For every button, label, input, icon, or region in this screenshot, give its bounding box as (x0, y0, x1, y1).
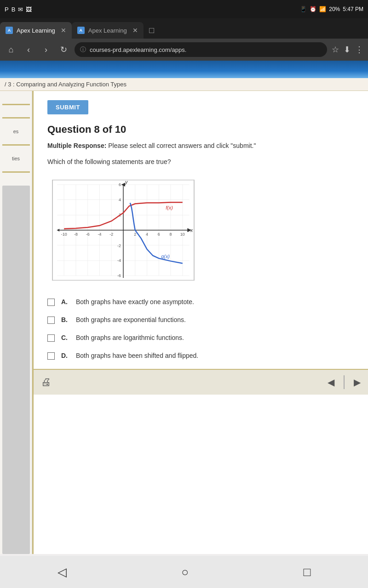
menu-icon[interactable]: ⋮ (355, 45, 363, 55)
battery-text: 20% (329, 6, 340, 12)
sidebar: es ties (0, 91, 32, 554)
alarm-icon: ⏰ (310, 6, 316, 12)
bookmark-icon[interactable]: ☆ (332, 45, 339, 55)
checkbox-c[interactable] (47, 334, 55, 342)
page-content: / 3 : Comparing and Analyzing Function T… (0, 61, 368, 556)
tab-inactive[interactable]: A Apex Learning ✕ (72, 22, 144, 39)
sidebar-divider-2 (2, 117, 30, 119)
next-button[interactable]: ▶ (354, 377, 361, 388)
svg-text:-6: -6 (86, 232, 90, 237)
content-area: SUBMIT Question 8 of 10 Multiple Respons… (32, 91, 368, 554)
checkbox-a[interactable] (47, 299, 55, 306)
new-tab-button[interactable]: □ (144, 22, 160, 39)
back-button[interactable]: ‹ (22, 45, 35, 55)
nav-back-button[interactable]: ◁ (58, 565, 67, 579)
svg-text:-4: -4 (98, 232, 102, 237)
checkbox-d[interactable] (47, 352, 55, 360)
status-bar: P B ✉ 🖼 📱 ⏰ 📶 20% 5:47 PM (0, 0, 368, 18)
question-title: Question 8 of 10 (47, 124, 351, 136)
tab-active-label: Apex Learning (17, 27, 55, 34)
submit-button[interactable]: SUBMIT (47, 100, 88, 114)
answer-option-a: A. Both graphs have exactly one asymptot… (47, 298, 351, 306)
question-container: SUBMIT Question 8 of 10 Multiple Respons… (34, 91, 365, 369)
instruction-text: Please select all correct answers and cl… (108, 142, 256, 149)
instruction-bold: Multiple Response: (47, 142, 106, 149)
option-text-a: Both graphs have exactly one asymptote. (76, 298, 194, 305)
svg-text:-2: -2 (109, 232, 113, 237)
svg-text:4: 4 (119, 198, 121, 202)
content-footer: 🖨 ◀ ▶ (34, 369, 368, 395)
phone-icon: 📱 (300, 6, 307, 12)
checkbox-b[interactable] (47, 317, 55, 324)
bottom-nav: ◁ ○ □ (0, 556, 368, 588)
url-text: courses-prd.apexlearning.com/apps. (90, 46, 322, 53)
function-graph: x y -10 -8 -6 -4 -2 2 4 6 8 (52, 180, 195, 281)
address-actions: ☆ ⬇ ⋮ (332, 45, 363, 55)
sidebar-item-ties: ties (10, 154, 22, 163)
download-icon[interactable]: ⬇ (344, 45, 351, 55)
address-bar: ⌂ ‹ › ↻ ⓘ courses-prd.apexlearning.com/a… (0, 39, 368, 61)
footer-divider (344, 375, 345, 389)
status-left-icons: P B ✉ 🖼 (5, 6, 32, 13)
graph-container: x y -10 -8 -6 -4 -2 2 4 6 8 (52, 180, 195, 283)
header-bar (0, 61, 368, 78)
question-instruction: Multiple Response: Please select all cor… (47, 141, 351, 151)
prev-button[interactable]: ◀ (328, 377, 334, 388)
forward-button[interactable]: › (40, 45, 52, 55)
svg-text:-2: -2 (117, 243, 121, 248)
sidebar-item-es: es (12, 127, 21, 136)
answer-options: A. Both graphs have exactly one asymptot… (47, 298, 351, 360)
url-input[interactable]: ⓘ courses-prd.apexlearning.com/apps. (75, 42, 327, 57)
answer-option-d: D. Both graphs have been shifted and fli… (47, 352, 351, 360)
svg-text:-8: -8 (74, 232, 78, 237)
browser-chrome: A Apex Learning ✕ A Apex Learning ✕ □ ⌂ … (0, 18, 368, 61)
svg-text:-10: -10 (61, 232, 67, 237)
breadcrumb: / 3 : Comparing and Analyzing Function T… (0, 78, 368, 91)
time-text: 5:47 PM (343, 6, 363, 12)
pocket-icon: P (5, 6, 9, 13)
tab-active[interactable]: A Apex Learning ✕ (0, 22, 72, 39)
signal-icon: 📶 (319, 6, 326, 12)
svg-text:8: 8 (170, 232, 172, 237)
option-text-b: Both graphs are exponential functions. (76, 316, 186, 323)
option-text-d: Both graphs have been shifted and flippe… (76, 352, 198, 359)
breadcrumb-text: / 3 : Comparing and Analyzing Function T… (5, 81, 126, 88)
new-tab-icon: □ (149, 26, 154, 35)
answer-option-c: C. Both graphs are logarithmic functions… (47, 334, 351, 342)
sidebar-divider-3 (2, 144, 30, 146)
option-letter-c: C. (61, 334, 69, 341)
svg-text:6: 6 (119, 182, 121, 187)
sidebar-filler (2, 186, 30, 554)
svg-text:-6: -6 (117, 273, 121, 278)
svg-text:y: y (125, 180, 128, 185)
refresh-button[interactable]: ↻ (57, 45, 70, 55)
svg-text:-4: -4 (117, 258, 121, 263)
svg-text:6: 6 (158, 232, 160, 237)
brave-icon: B (12, 6, 16, 13)
image-icon: 🖼 (26, 6, 32, 13)
main-layout: es ties SUBMIT Question 8 of 10 Multiple… (0, 91, 368, 554)
tab-bar: A Apex Learning ✕ A Apex Learning ✕ □ (0, 18, 368, 39)
svg-text:f(x): f(x) (166, 205, 173, 210)
option-letter-b: B. (61, 316, 69, 323)
home-button[interactable]: ⌂ (5, 45, 17, 55)
status-right-info: 📱 ⏰ 📶 20% 5:47 PM (300, 6, 363, 12)
tab-inactive-label: Apex Learning (88, 27, 127, 34)
svg-text:4: 4 (146, 232, 148, 237)
secure-icon: ⓘ (80, 45, 86, 54)
tab-inactive-favicon: A (77, 27, 85, 34)
mail-icon: ✉ (18, 6, 23, 13)
svg-text:x: x (190, 227, 193, 233)
tab-active-close[interactable]: ✕ (61, 27, 66, 34)
nav-home-button[interactable]: ○ (181, 565, 189, 579)
nav-recents-button[interactable]: □ (304, 565, 311, 579)
answer-option-b: B. Both graphs are exponential functions… (47, 316, 351, 324)
print-button[interactable]: 🖨 (41, 376, 51, 388)
sidebar-divider-4 (2, 171, 30, 173)
svg-text:10: 10 (180, 232, 185, 237)
tab-inactive-close[interactable]: ✕ (132, 27, 138, 34)
option-letter-d: D. (61, 352, 69, 359)
svg-text:2: 2 (134, 232, 136, 237)
option-text-c: Both graphs are logarithmic functions. (76, 334, 184, 341)
question-text: Which of the following statements are tr… (47, 157, 351, 167)
